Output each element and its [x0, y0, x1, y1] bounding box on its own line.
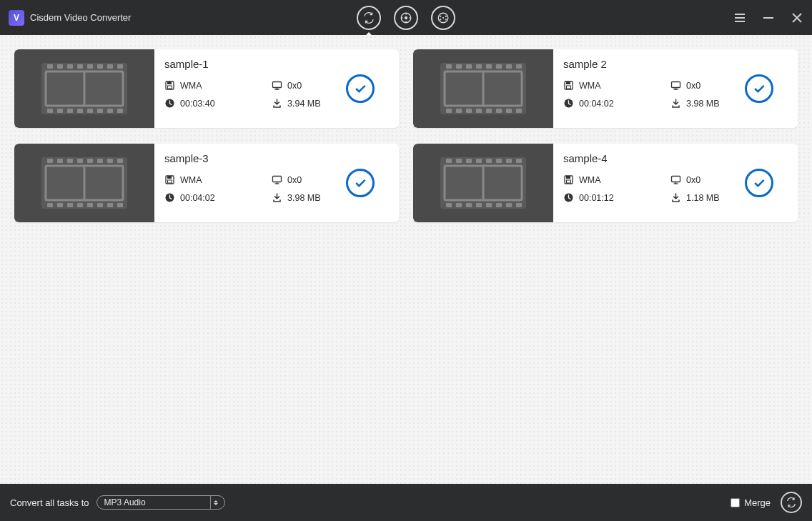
filesize-icon	[670, 98, 681, 109]
merge-checkbox[interactable]	[731, 498, 740, 507]
task-thumbnail	[14, 49, 154, 128]
duration-icon	[164, 98, 175, 109]
task-meta: sample-3 WMA 0x0 00:04:02 3.98 MB	[154, 144, 399, 222]
svg-point-29	[440, 15, 441, 16]
format-icon	[563, 80, 574, 91]
check-icon	[353, 81, 367, 96]
task-filesize: 3.98 MB	[686, 99, 720, 109]
duration-icon	[563, 98, 574, 109]
task-thumbnail	[14, 144, 154, 222]
task-card[interactable]: sample-4 WMA 0x0 00:01:12 1.18 MB	[413, 144, 798, 222]
start-convert-button[interactable]	[781, 492, 802, 513]
footer-bar: Convert all tasks to MP3 Audio Merge	[0, 484, 812, 521]
task-duration: 00:04:02	[579, 99, 614, 109]
format-icon	[164, 174, 175, 185]
task-filesize: 3.94 MB	[287, 99, 321, 109]
task-grid: sample-1 WMA 0x0 00:03:40 3.94 MB sample…	[14, 49, 798, 222]
task-meta: sample 2 WMA 0x0 00:04:02 3.98 MB	[553, 49, 798, 128]
duration-icon	[563, 192, 574, 203]
check-icon	[353, 176, 367, 190]
output-format-value: MP3 Audio	[104, 497, 146, 507]
task-duration: 00:04:02	[180, 193, 215, 203]
output-format-select[interactable]: MP3 Audio	[96, 495, 225, 510]
format-icon	[563, 174, 574, 185]
merge-toggle[interactable]: Merge	[731, 497, 771, 508]
mode-switcher	[357, 6, 455, 30]
filesize-icon	[272, 98, 282, 109]
task-meta: sample-1 WMA 0x0 00:03:40 3.94 MB	[154, 49, 399, 128]
task-ready-button[interactable]	[346, 169, 375, 197]
task-format: WMA	[579, 81, 601, 91]
svg-point-27	[405, 16, 407, 19]
convert-all-label: Convert all tasks to	[10, 497, 89, 508]
rip-mode-icon[interactable]	[431, 6, 455, 30]
app-title: Cisdem Video Converter	[30, 12, 131, 23]
resolution-icon	[272, 174, 282, 185]
merge-label: Merge	[744, 497, 771, 508]
resolution-icon	[272, 80, 282, 91]
main-area: sample-1 WMA 0x0 00:03:40 3.94 MB sample…	[0, 35, 812, 484]
task-resolution: 0x0	[287, 81, 302, 91]
task-filename: sample-4	[563, 152, 786, 164]
task-filesize: 3.98 MB	[287, 193, 321, 203]
convert-mode-icon[interactable]	[357, 6, 381, 30]
svg-point-31	[440, 19, 441, 20]
resolution-icon	[670, 80, 681, 91]
task-thumbnail	[413, 144, 553, 222]
task-filename: sample-3	[164, 152, 387, 164]
duration-icon	[164, 192, 175, 203]
task-duration: 00:01:12	[579, 193, 614, 203]
svg-point-32	[445, 19, 447, 20]
task-filename: sample-1	[164, 58, 387, 70]
task-resolution: 0x0	[686, 175, 700, 185]
select-caret-icon	[210, 496, 222, 509]
task-ready-button[interactable]	[346, 74, 375, 103]
menu-icon[interactable]	[733, 11, 746, 24]
task-thumbnail	[413, 49, 553, 128]
minimize-icon[interactable]	[762, 11, 775, 24]
task-format: WMA	[180, 175, 202, 185]
check-icon	[752, 176, 766, 190]
download-mode-icon[interactable]	[394, 6, 418, 30]
task-resolution: 0x0	[287, 175, 302, 185]
resolution-icon	[670, 174, 681, 185]
task-resolution: 0x0	[686, 81, 700, 91]
task-filesize: 1.18 MB	[686, 193, 720, 203]
app-brand: V Cisdem Video Converter	[9, 10, 131, 26]
task-card[interactable]: sample 2 WMA 0x0 00:04:02 3.98 MB	[413, 49, 798, 128]
svg-point-33	[442, 16, 444, 18]
task-ready-button[interactable]	[745, 74, 773, 103]
task-format: WMA	[579, 175, 601, 185]
format-icon	[164, 80, 175, 91]
title-bar: V Cisdem Video Converter	[0, 0, 812, 35]
task-duration: 00:03:40	[180, 99, 215, 109]
task-card[interactable]: sample-3 WMA 0x0 00:04:02 3.98 MB	[14, 144, 399, 222]
task-card[interactable]: sample-1 WMA 0x0 00:03:40 3.94 MB	[14, 49, 399, 128]
task-ready-button[interactable]	[745, 169, 773, 197]
task-meta: sample-4 WMA 0x0 00:01:12 1.18 MB	[553, 144, 798, 222]
check-icon	[752, 81, 766, 96]
filesize-icon	[670, 192, 681, 203]
svg-point-30	[445, 15, 447, 16]
app-logo-icon: V	[9, 10, 24, 26]
close-icon[interactable]	[791, 11, 803, 24]
task-filename: sample 2	[563, 58, 786, 70]
task-format: WMA	[180, 81, 202, 91]
filesize-icon	[272, 192, 282, 203]
